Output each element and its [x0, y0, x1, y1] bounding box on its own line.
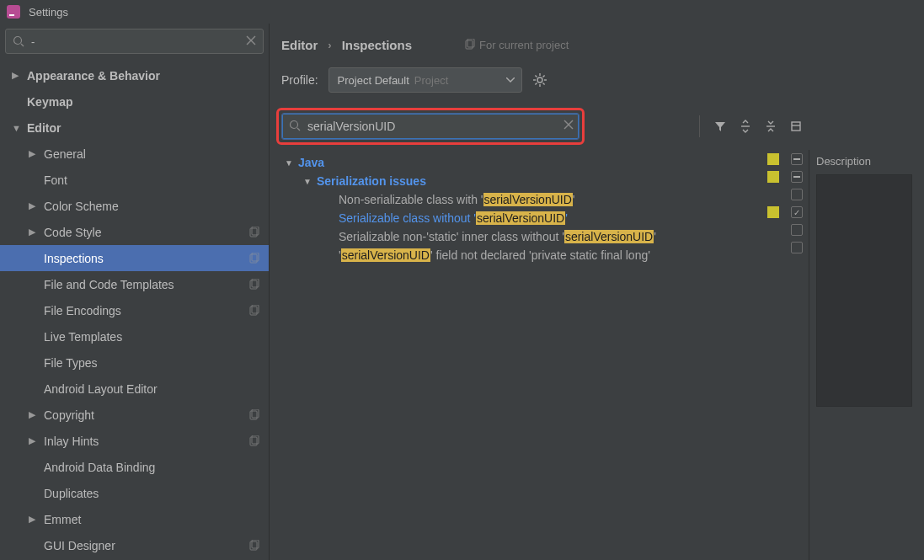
close-icon[interactable]: [246, 35, 256, 45]
scope-icon: [248, 435, 260, 447]
sidebar-item[interactable]: Keymap: [0, 88, 269, 115]
sidebar-item[interactable]: Font: [0, 167, 269, 193]
sidebar-item-label: Inlay Hints: [44, 435, 248, 448]
sidebar-item[interactable]: ▶General: [0, 141, 269, 167]
profile-label: Profile:: [281, 73, 318, 87]
sidebar-item[interactable]: ▼Editor: [0, 115, 269, 141]
sidebar-item[interactable]: Android Layout Editor: [0, 376, 269, 402]
sidebar-item[interactable]: ▶Inlay Hints: [0, 428, 269, 454]
breadcrumb-inspections: Inspections: [342, 38, 412, 52]
description-panel: Description: [809, 150, 919, 560]
checkbox-column: [785, 150, 809, 560]
expand-all-icon[interactable]: [735, 116, 756, 136]
window-title: Settings: [29, 6, 68, 19]
inspections-search-input[interactable]: [307, 120, 555, 133]
scope-note: For current project: [464, 39, 569, 51]
inspection-checkbox[interactable]: [791, 206, 803, 218]
description-box: [816, 174, 912, 407]
inspection-checkbox[interactable]: [791, 153, 803, 165]
description-title: Description: [816, 155, 912, 168]
settings-tree[interactable]: ▶Appearance & BehaviorKeymap▼Editor▶Gene…: [0, 59, 269, 560]
svg-point-2: [14, 37, 22, 45]
severity-column: [761, 150, 785, 560]
inspections-search[interactable]: [281, 113, 580, 140]
close-icon[interactable]: [563, 120, 574, 130]
sidebar-item-label: File Encodings: [44, 304, 248, 317]
main-panel: Editor › Inspections For current project…: [270, 24, 924, 560]
sidebar-item[interactable]: File Types: [0, 349, 269, 376]
sidebar-search-input[interactable]: [31, 35, 239, 48]
chevron-right-icon: ›: [328, 39, 331, 51]
scope-icon: [248, 279, 260, 291]
profile-scope: Project: [414, 74, 448, 87]
svg-line-27: [535, 75, 537, 77]
sidebar-item[interactable]: ▶Emmet: [0, 506, 269, 532]
sidebar-item-label: Appearance & Behavior: [27, 69, 260, 83]
expander-icon: ▶: [29, 409, 40, 420]
sidebar-item[interactable]: Live Templates: [0, 323, 269, 349]
search-highlight: [276, 108, 585, 145]
inspection-checkbox[interactable]: [791, 189, 803, 200]
search-icon: [13, 35, 24, 47]
scope-icon: [248, 227, 260, 238]
inspection-row[interactable]: Serializable class without 'serialVersio…: [280, 209, 761, 227]
scope-icon: [248, 253, 260, 264]
copy-icon: [464, 39, 476, 51]
expander-icon: ▶: [29, 435, 40, 446]
app-icon: [7, 5, 20, 19]
sidebar-item-label: Live Templates: [44, 330, 260, 344]
inspection-row[interactable]: Serializable non-'static' inner class wi…: [280, 227, 761, 246]
sidebar-item[interactable]: File and Code Templates: [0, 271, 269, 297]
reset-icon[interactable]: [786, 116, 806, 136]
inspection-checkbox[interactable]: [791, 242, 803, 253]
svg-line-32: [297, 128, 300, 131]
collapse-all-icon[interactable]: [761, 116, 781, 136]
sidebar-search[interactable]: [5, 29, 264, 54]
svg-line-28: [542, 83, 544, 85]
inspection-row[interactable]: Non-serializable class with 'serialVersi…: [280, 190, 761, 209]
filter-icon[interactable]: [710, 116, 730, 136]
sidebar-item[interactable]: ▶Appearance & Behavior: [0, 62, 269, 88]
scope-icon: [248, 305, 260, 317]
inspections-tree[interactable]: ▼Java ▼Serialization issues Non-serializ…: [280, 150, 761, 560]
inspection-row[interactable]: 'serialVersionUID' field not declared 'p…: [280, 246, 761, 264]
scope-icon: [248, 409, 260, 421]
sidebar-item-label: Emmet: [44, 513, 260, 526]
gear-icon[interactable]: [532, 72, 547, 88]
sidebar-item[interactable]: GUI Designer: [0, 532, 269, 558]
scope-icon: [248, 540, 260, 552]
tree-node-java[interactable]: ▼Java: [280, 153, 761, 172]
inspection-checkbox[interactable]: [791, 224, 803, 236]
severity-badge: [767, 242, 779, 253]
profile-dropdown[interactable]: Project Default Project: [328, 67, 522, 93]
severity-badge: [767, 171, 779, 183]
severity-badge: [767, 189, 779, 200]
expander-icon: ▶: [29, 148, 40, 159]
sidebar-item-label: Android Data Binding: [44, 461, 260, 474]
sidebar-item[interactable]: Android Data Binding: [0, 454, 269, 480]
sidebar-item-label: File and Code Templates: [44, 278, 248, 291]
severity-badge: [767, 224, 779, 236]
svg-rect-1: [9, 14, 14, 16]
sidebar-item-label: Android Layout Editor: [44, 382, 260, 396]
search-icon: [289, 120, 301, 131]
svg-rect-0: [7, 5, 20, 19]
sidebar-item-label: Font: [44, 173, 260, 187]
sidebar-item[interactable]: File Encodings: [0, 297, 269, 323]
svg-point-22: [537, 77, 542, 83]
sidebar-item-label: Inspections: [44, 252, 248, 265]
svg-line-29: [542, 75, 544, 77]
inspection-checkbox[interactable]: [791, 171, 803, 183]
sidebar-item-label: Duplicates: [44, 487, 260, 500]
expander-icon: ▶: [29, 227, 40, 237]
breadcrumb-editor[interactable]: Editor: [281, 38, 318, 52]
sidebar-item-label: General: [44, 147, 260, 161]
sidebar-item[interactable]: ▶Code Style: [0, 219, 269, 245]
sidebar-item[interactable]: ▶Copyright: [0, 402, 269, 428]
tree-node-serialization[interactable]: ▼Serialization issues: [280, 172, 761, 190]
sidebar-item[interactable]: Inspections: [0, 245, 269, 271]
sidebar-item[interactable]: ▶Color Scheme: [0, 193, 269, 219]
expander-icon: ▶: [29, 514, 40, 525]
sidebar-item-label: Editor: [27, 121, 260, 135]
sidebar-item[interactable]: Duplicates: [0, 480, 269, 506]
